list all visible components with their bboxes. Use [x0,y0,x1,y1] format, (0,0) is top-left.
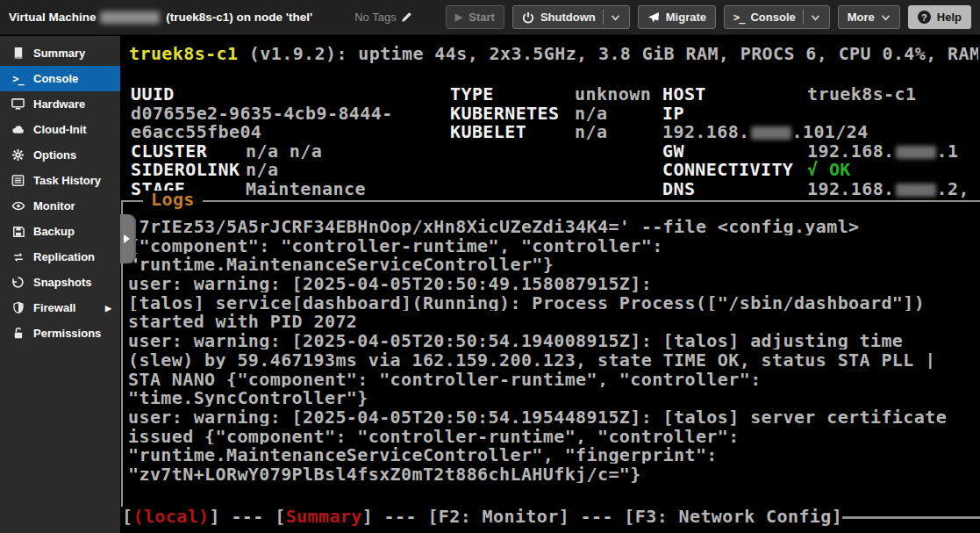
ip-label: IP [662,103,807,122]
talos-title-line: truek8s-c1 (v1.9.2): uptime 44s, 2x3.5GH… [129,45,978,64]
sidebar-item-label: Hardware [33,97,85,111]
siderolink-label: SIDEROLINK [131,159,246,178]
log-line: started with PID 2072 [128,311,980,330]
terminal-icon: >_ [11,73,25,85]
history-icon [11,276,25,289]
sidebar-item-replication[interactable]: Replication [0,244,120,270]
start-button[interactable]: ▶ Start [446,5,504,29]
uuid-value-line1: d07655e2-9635-4cb9-8444- [131,103,393,122]
footer-segment: F2: Monitor [439,506,559,527]
log-line: user: warning: [2025-04-05T20:50:54.1940… [128,330,980,349]
gateway-label: GW [662,140,807,160]
footer-text: [(local)] --- [Summary] --- [F2: Monitor… [122,506,842,527]
log-line: issued {"component": "controller-runtime… [128,426,980,445]
sidebar-item-label: Firewall [33,301,75,314]
cloud-icon [11,123,25,136]
sidebar-item-label: Cloud-Init [33,123,87,136]
type-value: unknown [575,83,651,103]
shield-icon [11,301,25,314]
sidebar-item-firewall[interactable]: Firewall ▶ [0,295,120,321]
vnc-controlbar-handle[interactable] [120,214,136,263]
edit-tags-pencil-icon [401,11,412,23]
vnc-console-screen[interactable]: truek8s-c1 (v1.9.2): uptime 44s, 2x3.5GH… [120,35,980,533]
log-line: (slew) by 59.467193ms via 162.159.200.12… [128,349,980,369]
toolbar-buttons: ▶ Start Shutdown Migrate >_ Console More… [446,5,971,29]
footer-segment: ] --- [ [210,506,286,527]
kubelet-label: KUBELET [450,121,575,140]
list-icon [11,174,25,187]
stage-value: Maintenance [246,178,366,198]
kubelet-value: n/a [575,121,607,140]
log-line: 7rIEz53/5A5rJCRF34EBHnOop/xHn8XicUZeZdi3… [128,216,980,235]
redacted-ip-octet [896,146,936,159]
ip-value: 192.168..101/24 [662,121,869,140]
sidebar-item-console[interactable]: >_ Console [0,66,120,91]
redacted-ip-octet [751,126,791,140]
log-line: [talos] service[dashboard](Running): Pro… [128,292,980,312]
shutdown-button[interactable]: Shutdown [512,5,630,29]
help-button[interactable]: ? Help [908,5,971,29]
sidebar-item-label: Options [33,148,76,162]
kubernetes-value: n/a [575,103,607,122]
log-line: STA_NANO {"component": "controller-runti… [128,369,980,388]
sidebar-item-monitor[interactable]: Monitor [0,193,120,219]
logs-panel: 7rIEz53/5A5rJCRF34EBHnOop/xHn8XicUZeZdi3… [121,200,980,507]
sidebar-item-hardware[interactable]: Hardware [0,91,120,117]
chevron-down-icon [881,14,891,21]
log-line: "time.SyncController"} [128,387,980,407]
sidebar-item-snapshots[interactable]: Snapshots [0,270,120,295]
log-line: "runtime.MaintenanceServiceController", … [128,444,980,464]
console-label: Console [750,11,795,24]
more-button[interactable]: More [838,5,900,29]
sidebar-item-label: Console [33,72,78,85]
chevron-down-icon[interactable] [811,14,820,21]
top-toolbar: Virtual Machine (truek8s-c1) on node 'th… [0,0,980,35]
siderolink-value: n/a [246,159,278,178]
console-button[interactable]: >_ Console [724,5,830,29]
uuid-label: UUID [131,83,246,103]
hostname: truek8s-c1 [129,45,238,64]
question-icon: ? [918,11,931,24]
submenu-arrow-icon: ▶ [105,304,111,313]
replication-icon [11,251,25,263]
button-separator [803,10,804,25]
play-icon: ▶ [455,11,462,23]
log-line: user: warning: [2025-04-05T20:50:49.1580… [128,273,980,292]
log-line: user: warning: [2025-04-05T20:50:54.1954… [128,407,980,426]
help-label: Help [937,11,962,24]
page-title: Virtual Machine (truek8s-c1) on node 'th… [9,11,312,24]
sidebar-item-task-history[interactable]: Task History [0,168,120,193]
migrate-button[interactable]: Migrate [638,5,716,29]
sidebar-item-cloud-init[interactable]: Cloud-Init [0,117,120,142]
sidebar-item-label: Backup [33,225,75,238]
unlock-icon [11,327,25,340]
sidebar-item-label: Monitor [33,199,75,212]
footer-segment: [ [122,506,132,527]
sidebar-item-permissions[interactable]: Permissions [0,321,120,346]
sidebar-item-label: Replication [33,250,95,263]
log-line: "zv7tN+LORwY079PlBsl4fsxZ0mT2t886chLAHUf… [128,464,980,483]
connectivity-label: CONNECTIVITY [662,159,807,178]
sidebar-item-summary[interactable]: Summary [0,40,120,66]
display-icon [11,97,25,111]
dns-value: 192.168..2, [807,178,969,198]
floppy-icon [11,226,25,238]
info-column-middle: TYPEunknown KUBERNETESn/a KUBELETn/a [450,83,651,140]
info-column-left: UUID d07655e2-9635-4cb9-8444- e6acc55fbe… [131,83,393,198]
gateway-value: 192.168..1 [807,140,958,160]
host-label: HOST [662,83,807,103]
footer-segment: F3: Network Config [635,506,832,527]
no-tags-button[interactable]: No Tags [354,11,411,24]
power-icon [522,11,534,24]
footer-segment: ] --- [ [559,506,635,527]
sidebar-item-options[interactable]: Options [0,142,120,168]
sidebar-item-label: Permissions [33,327,101,340]
kubernetes-label: KUBERNETES [450,103,575,122]
chevron-down-icon[interactable] [611,14,620,21]
sidebar-item-backup[interactable]: Backup [0,219,120,244]
shutdown-label: Shutdown [540,11,596,24]
redacted-ip-octet [896,184,936,197]
more-label: More [848,11,875,24]
uuid-value-line2: e6acc55fbe04 [131,121,261,140]
redacted-vm-id [100,11,160,24]
